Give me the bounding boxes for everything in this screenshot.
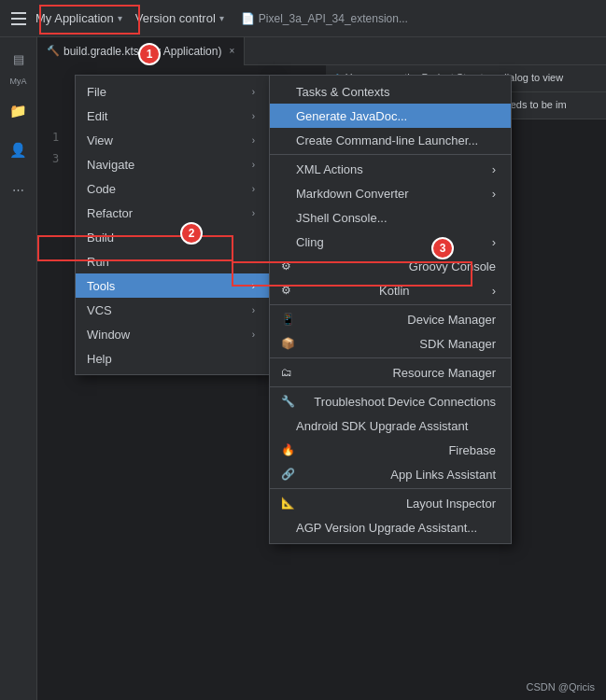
sidebar-icon-more[interactable]: ⋯ [5,175,33,203]
sidebar: ▤ MyA 📁 👤 ⋯ [0,37,37,700]
submenu-create-launcher[interactable]: Create Command-line Launcher... [270,128,511,152]
kotlin-label: Kotlin [379,284,410,298]
hamburger-menu-button[interactable] [7,7,30,30]
kotlin-icon: ⚙ [281,284,291,297]
menu-item-tools[interactable]: Tools › [76,273,270,298]
menu-refactor-label: Refactor [87,206,133,220]
submenu-agp-upgrade[interactable]: AGP Version Upgrade Assistant... [270,515,511,539]
submenu-separator-4 [270,386,511,387]
top-bar: My Application ▾ Version control ▾ 📄 Pix… [0,0,606,37]
menu-item-file[interactable]: File › [76,79,270,104]
jshell-console-label: JShell Console... [296,211,388,225]
submenu-separator-5 [270,488,511,489]
tools-submenu: Tasks & Contexts Generate JavaDoc... Cre… [269,75,512,544]
file-icon: 📄 [241,12,255,25]
menu-item-build[interactable]: Build [76,225,270,249]
submenu-generate-javadoc[interactable]: Generate JavaDoc... [270,104,511,128]
troubleshoot-icon: 🔧 [281,395,295,408]
submenu-separator-1 [270,154,511,155]
resource-manager-icon: 🗂 [281,366,292,379]
submenu-device-manager[interactable]: 📱 Device Manager [270,307,511,331]
menu-run-label: Run [87,255,109,269]
sidebar-icon-account[interactable]: 👤 [5,136,33,164]
submenu-markdown-converter[interactable]: Markdown Converter › [270,181,511,205]
menu-vcs-label: VCS [87,303,112,317]
xml-actions-arrow: › [492,162,496,176]
android-sdk-upgrade-label: Android SDK Upgrade Assistant [296,419,468,433]
submenu-cling[interactable]: Cling › [270,230,511,254]
submenu-troubleshoot[interactable]: 🔧 Troubleshoot Device Connections [270,389,511,413]
device-manager-label: Device Manager [407,313,496,327]
menu-tools-arrow: › [252,281,255,291]
sidebar-icon-project[interactable]: ▤ [5,45,33,73]
editor-area: 🔨 build.gradle.kts (My Application) × ℹ … [37,37,606,700]
submenu-tasks-contexts[interactable]: Tasks & Contexts [270,79,511,104]
menu-item-run[interactable]: Run [76,249,270,273]
app-links-icon: 🔗 [281,468,295,481]
submenu-firebase[interactable]: 🔥 Firebase [270,438,511,462]
sdk-manager-icon: 📦 [281,337,295,350]
menu-file-arrow: › [252,87,255,97]
menu-file-label: File [87,85,106,99]
groovy-console-label: Groovy Console [409,259,496,273]
sdk-manager-label: SDK Manager [419,337,496,351]
menu-refactor-arrow: › [252,208,255,218]
menu-item-edit[interactable]: Edit › [76,104,270,128]
agp-upgrade-label: AGP Version Upgrade Assistant... [296,521,477,535]
menu-item-code[interactable]: Code › [76,176,270,201]
annotation-circle-2: 2 [180,222,203,245]
menu-edit-arrow: › [252,111,255,121]
sidebar-label-mya: MyA [10,77,27,86]
cling-arrow: › [492,235,496,249]
submenu-layout-inspector[interactable]: 📐 Layout Inspector [270,491,511,515]
menu-item-help[interactable]: Help [76,346,270,371]
main-area: ▤ MyA 📁 👤 ⋯ 🔨 build.gradle.kts (My Appli… [0,37,606,700]
menu-overlay: File › Edit › View › Navigate › Code › [37,37,606,700]
version-control-selector[interactable]: Version control ▾ [135,11,224,25]
menu-help-label: Help [87,352,112,366]
markdown-converter-arrow: › [492,187,496,201]
submenu-app-links-assistant[interactable]: 🔗 App Links Assistant [270,462,511,486]
submenu-sdk-manager[interactable]: 📦 SDK Manager [270,331,511,356]
version-control-chevron: ▾ [219,13,224,23]
annotation-circle-3: 3 [431,237,454,259]
menu-item-navigate[interactable]: Navigate › [76,152,270,176]
cling-label: Cling [296,235,324,249]
sidebar-icon-files[interactable]: 📁 [5,97,33,125]
firebase-label: Firebase [448,443,496,457]
menu-item-vcs[interactable]: VCS › [76,298,270,322]
primary-menu: File › Edit › View › Navigate › Code › [75,75,271,375]
app-name-chevron: ▾ [118,13,122,23]
tasks-contexts-label: Tasks & Contexts [296,85,389,99]
submenu-separator-3 [270,357,511,358]
annotation-circle-1: 1 [138,43,161,65]
submenu-kotlin[interactable]: ⚙ Kotlin › [270,278,511,302]
firebase-icon: 🔥 [281,443,295,456]
app-name-selector[interactable]: My Application ▾ [35,11,122,25]
submenu-separator-2 [270,304,511,305]
layout-inspector-label: Layout Inspector [406,497,496,511]
menu-edit-label: Edit [87,109,107,123]
resource-manager-label: Resource Manager [392,366,496,380]
menu-item-view[interactable]: View › [76,128,270,152]
kotlin-arrow: › [492,284,496,298]
menu-navigate-arrow: › [252,160,255,170]
folder-icon: ▤ [13,52,24,66]
generate-javadoc-label: Generate JavaDoc... [296,109,407,123]
submenu-resource-manager[interactable]: 🗂 Resource Manager [270,360,511,385]
create-launcher-label: Create Command-line Launcher... [296,133,478,147]
menu-item-refactor[interactable]: Refactor › [76,201,270,225]
file-tab: 📄 Pixel_3a_API_34_extension... [241,12,408,25]
troubleshoot-label: Troubleshoot Device Connections [314,395,496,409]
xml-actions-label: XML Actions [296,162,363,176]
menu-window-arrow: › [252,329,255,340]
submenu-jshell-console[interactable]: JShell Console... [270,205,511,230]
submenu-android-sdk-upgrade[interactable]: Android SDK Upgrade Assistant [270,413,511,438]
menu-view-arrow: › [252,135,255,146]
submenu-groovy-console[interactable]: ⚙ Groovy Console [270,254,511,278]
submenu-xml-actions[interactable]: XML Actions › [270,157,511,181]
menu-vcs-arrow: › [252,305,255,315]
menu-item-window[interactable]: Window › [76,322,270,346]
menu-navigate-label: Navigate [87,158,134,172]
app-links-label: App Links Assistant [390,468,496,482]
